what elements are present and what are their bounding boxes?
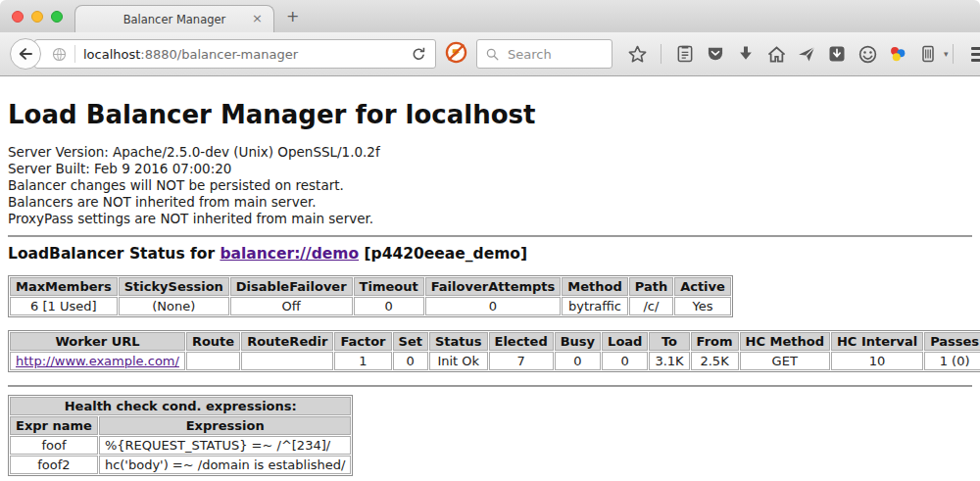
- column-header: RouteRedir: [241, 332, 333, 351]
- health-caption-row: Health check cond. expressions:: [10, 397, 351, 415]
- worker-table: Worker URL Route RouteRedir Factor Set S…: [8, 330, 980, 372]
- cell-status: Init Ok: [429, 352, 488, 370]
- server-built-line: Server Built: Feb 9 2016 07:00:20: [8, 161, 972, 177]
- column-header: Load: [602, 332, 648, 351]
- cell-set: 0: [393, 352, 428, 370]
- url-host: localhost: [83, 47, 140, 62]
- column-header: FailoverAttempts: [425, 277, 562, 296]
- column-header: Route: [186, 332, 240, 351]
- worker-data-row: http://www.example.com/ 1 0 Init Ok 7 0 …: [10, 352, 980, 370]
- tab-close-icon[interactable]: ×: [252, 12, 263, 25]
- cell-busy: 0: [555, 352, 601, 370]
- persist-notice-line: Balancer changes will NOT be persisted o…: [8, 177, 972, 194]
- cell-hc-interval: 10: [831, 352, 923, 370]
- balancer-header-row: MaxMembers StickySession DisableFailover…: [10, 277, 731, 296]
- window-controls: [12, 11, 63, 23]
- flashblock-icon[interactable]: [445, 41, 467, 68]
- section-divider: [8, 235, 972, 237]
- column-header: Expr name: [10, 416, 98, 435]
- tab-balancer-manager[interactable]: Balancer Manager ×: [74, 5, 274, 32]
- cell-passes: 1 (0): [924, 352, 980, 370]
- status-heading-suffix: [p4420eeae_demo]: [359, 245, 527, 263]
- reload-icon[interactable]: [411, 46, 427, 63]
- cell-factor: 1: [334, 352, 391, 370]
- column-header: Timeout: [354, 277, 424, 296]
- urlbar-divider: [74, 45, 75, 63]
- health-data-row: foof2 hc('body') =~ /domain is establish…: [10, 456, 351, 474]
- new-tab-button[interactable]: +: [286, 7, 299, 25]
- url-path: :8880/balancer-manager: [140, 47, 298, 62]
- close-window-button[interactable]: [12, 11, 24, 23]
- back-arrow-icon: [17, 45, 34, 63]
- section-divider: [8, 385, 972, 387]
- inherit-notice-line: Balancers are NOT inherited from main se…: [8, 194, 972, 211]
- cell-path: /c/: [629, 297, 673, 315]
- page-title: Load Balancer Manager for localhost: [8, 100, 972, 129]
- column-header: Set: [393, 332, 428, 351]
- globe-icon: [51, 46, 68, 63]
- cell-routeredir: [241, 352, 333, 370]
- cell-from: 2.5K: [691, 352, 739, 370]
- column-header: To: [649, 332, 689, 351]
- column-header: Active: [674, 277, 731, 296]
- cell-expr-name: foof2: [10, 456, 98, 474]
- cell-worker-url: http://www.example.com/: [10, 352, 185, 370]
- tab-title: Balancer Manager: [123, 13, 226, 26]
- health-table-caption: Health check cond. expressions:: [10, 397, 351, 415]
- cell-timeout: 0: [354, 297, 424, 315]
- pocket-icon[interactable]: [705, 43, 726, 65]
- toolbar-icons: ▾: [626, 43, 949, 65]
- cell-to: 3.1K: [649, 352, 689, 370]
- download-panel-icon[interactable]: [826, 43, 848, 65]
- health-header-row: Expr name Expression: [10, 416, 351, 435]
- column-header: DisableFailover: [230, 277, 353, 296]
- back-button[interactable]: [10, 38, 41, 70]
- column-header: Busy: [555, 332, 601, 351]
- downloads-icon[interactable]: [735, 43, 757, 65]
- balancer-demo-link[interactable]: balancer://demo: [220, 245, 359, 263]
- health-check-table: Health check cond. expressions: Expr nam…: [8, 395, 353, 476]
- status-heading-prefix: LoadBalancer Status for: [8, 245, 220, 263]
- toolbar-divider: [953, 44, 954, 64]
- cell-active: Yes: [674, 297, 731, 315]
- column-header: From: [691, 332, 739, 351]
- server-info: Server Version: Apache/2.5.0-dev (Unix) …: [8, 144, 972, 227]
- column-header: Worker URL: [10, 332, 185, 351]
- column-header: Expression: [99, 416, 352, 435]
- search-input[interactable]: [506, 46, 594, 63]
- column-header: StickySession: [119, 277, 229, 296]
- column-header: Factor: [334, 332, 391, 351]
- search-icon: [485, 47, 500, 62]
- tab-bar: Balancer Manager × +: [0, 0, 980, 32]
- bookmark-star-icon[interactable]: [626, 43, 648, 65]
- container-extension-icon[interactable]: [917, 43, 939, 65]
- proxypass-notice-line: ProxyPass settings are NOT inherited fro…: [8, 211, 972, 227]
- column-header: Method: [562, 277, 627, 296]
- health-data-row: foof %{REQUEST_STATUS} =~ /^[234]/: [10, 436, 351, 455]
- minimize-window-button[interactable]: [31, 11, 43, 23]
- cell-failoverattempts: 0: [425, 297, 562, 315]
- column-header: Status: [429, 332, 488, 351]
- column-header: Passes: [924, 332, 980, 351]
- cell-expression: %{REQUEST_STATUS} =~ /^[234]/: [99, 436, 352, 455]
- search-bar[interactable]: [476, 39, 612, 69]
- worker-url-link[interactable]: http://www.example.com/: [16, 354, 179, 368]
- url-text[interactable]: localhost:8880/balancer-manager: [83, 47, 411, 62]
- cell-stickysession: (None): [119, 297, 229, 315]
- navigation-toolbar: localhost:8880/balancer-manager: [0, 32, 980, 76]
- colors-extension-icon[interactable]: [887, 43, 908, 65]
- column-header: MaxMembers: [10, 277, 118, 296]
- reading-list-icon[interactable]: [674, 43, 696, 65]
- page-content: Load Balancer Manager for localhost Serv…: [0, 100, 980, 481]
- send-tab-icon[interactable]: [796, 43, 817, 65]
- home-icon[interactable]: [765, 43, 787, 65]
- menu-icon[interactable]: [971, 47, 980, 62]
- feedback-smiley-icon[interactable]: [857, 43, 878, 65]
- cell-elected: 7: [489, 352, 554, 370]
- zoom-window-button[interactable]: [51, 11, 63, 23]
- cell-expr-name: foof: [10, 436, 98, 455]
- browser-window: Balancer Manager × + localhost:8880/bala…: [0, 0, 980, 481]
- worker-header-row: Worker URL Route RouteRedir Factor Set S…: [10, 332, 980, 351]
- column-header: Path: [629, 277, 673, 296]
- url-bar[interactable]: localhost:8880/balancer-manager: [34, 39, 436, 69]
